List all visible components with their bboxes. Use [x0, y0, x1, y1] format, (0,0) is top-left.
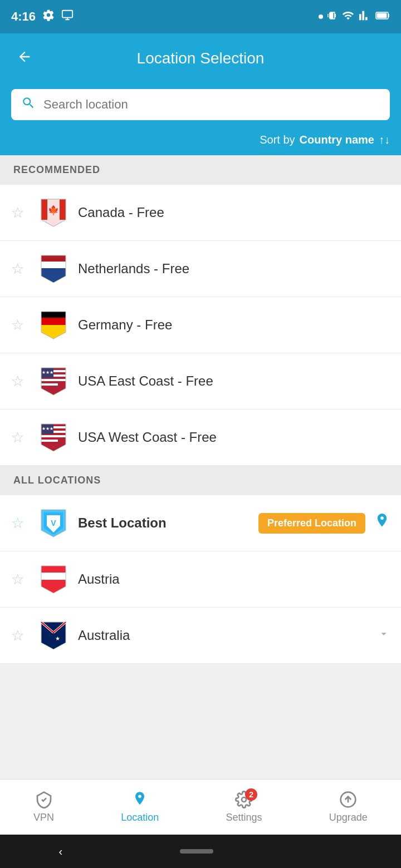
svg-marker-21 — [41, 325, 66, 339]
svg-rect-35 — [41, 440, 58, 442]
bottom-navigation: VPN Location 2 Settings Up — [0, 779, 401, 835]
expand-arrow-icon[interactable] — [378, 628, 390, 643]
favorite-star-icon[interactable]: ☆ — [11, 317, 29, 334]
search-input[interactable] — [43, 97, 380, 112]
svg-text:★★★: ★★★ — [42, 370, 53, 375]
preferred-location-badge: Preferred Location — [258, 513, 365, 534]
battery-icon — [375, 9, 390, 24]
country-flag-best: V — [38, 507, 69, 539]
list-item[interactable]: ☆ Austria — [0, 551, 401, 608]
nav-label-vpn: VPN — [33, 812, 54, 823]
sort-value[interactable]: Country name — [300, 134, 374, 146]
favorite-star-icon[interactable]: ☆ — [11, 429, 29, 446]
svg-text:★: ★ — [55, 635, 60, 642]
nav-label-location: Location — [121, 812, 159, 823]
svg-rect-34 — [41, 435, 66, 437]
country-name-best: Best Location — [78, 515, 250, 531]
status-time: 4:16 — [11, 9, 36, 24]
favorite-star-icon[interactable]: ☆ — [11, 204, 29, 221]
section-header-recommended: RECOMMENDED — [0, 155, 401, 185]
sort-bar: Sort by Country name ↑↓ — [0, 129, 401, 155]
android-home-indicator[interactable] — [180, 849, 213, 854]
search-bar — [11, 89, 390, 120]
favorite-star-icon[interactable]: ☆ — [11, 260, 29, 278]
nav-item-upgrade[interactable]: Upgrade — [318, 785, 379, 829]
favorite-star-icon[interactable]: ☆ — [11, 571, 29, 588]
list-item[interactable]: ☆ Germany - Free — [0, 297, 401, 353]
favorite-star-icon[interactable]: ☆ — [11, 515, 29, 532]
sort-arrows-icon[interactable]: ↑↓ — [379, 134, 390, 146]
screen-record-icon — [61, 9, 74, 24]
upgrade-icon-wrap — [339, 791, 357, 808]
country-name-germany: Germany - Free — [78, 317, 390, 333]
svg-rect-11 — [41, 199, 47, 220]
country-name-usa-east: USA East Coast - Free — [78, 373, 390, 389]
sort-label: Sort by — [260, 134, 295, 146]
country-name-canada: Canada - Free — [78, 205, 390, 220]
country-flag-germany — [38, 309, 69, 341]
nav-item-vpn[interactable]: VPN — [22, 785, 65, 829]
svg-rect-2 — [388, 14, 389, 17]
svg-rect-27 — [41, 383, 58, 386]
country-name-usa-west: USA West Coast - Free — [78, 430, 390, 445]
svg-text:★★★: ★★★ — [42, 426, 53, 431]
list-item[interactable]: ☆ ★★★ USA West Coast - Free — [0, 410, 401, 466]
list-item-best-location[interactable]: ☆ V Best Location Preferred Location — [0, 495, 401, 551]
list-item[interactable]: ☆ Netherlands - Free — [0, 241, 401, 297]
favorite-star-icon[interactable]: ☆ — [11, 373, 29, 390]
svg-point-54 — [242, 797, 246, 802]
list-item[interactable]: ☆ ★ Australia — [0, 608, 401, 664]
gear-icon — [42, 9, 55, 24]
android-navigation-bar: ‹ — [0, 835, 401, 868]
svg-marker-16 — [41, 262, 66, 268]
back-button[interactable] — [11, 43, 38, 74]
android-back-button[interactable]: ‹ — [59, 845, 63, 858]
vibrate-icon — [327, 9, 338, 24]
svg-marker-45 — [41, 573, 66, 580]
list-item[interactable]: ☆ ★★★ USA East Coast - Free — [0, 353, 401, 410]
list-item[interactable]: ☆ 🍁 Canada - Free — [0, 185, 401, 241]
svg-text:🍁: 🍁 — [48, 205, 59, 215]
svg-rect-12 — [60, 199, 66, 220]
svg-rect-3 — [377, 13, 387, 18]
country-name-netherlands: Netherlands - Free — [78, 261, 390, 277]
country-flag-netherlands — [38, 253, 69, 284]
wifi-icon — [342, 9, 354, 24]
status-left: 4:16 — [11, 9, 74, 24]
status-right — [319, 9, 390, 24]
vpn-icon-wrap — [35, 791, 53, 808]
settings-icon-wrap: 2 — [235, 791, 253, 808]
dot-icon — [319, 14, 323, 19]
country-name-australia: Australia — [78, 628, 369, 643]
content-area: RECOMMENDED ☆ 🍁 Canada - Free — [0, 155, 401, 753]
nav-item-location[interactable]: Location — [110, 785, 170, 829]
settings-badge: 2 — [245, 788, 257, 801]
page-title: Location Selection — [137, 50, 265, 67]
search-icon — [21, 96, 36, 114]
nav-label-upgrade: Upgrade — [329, 812, 368, 823]
svg-rect-26 — [41, 379, 66, 381]
svg-marker-17 — [41, 268, 66, 283]
country-name-austria: Austria — [78, 571, 390, 587]
nav-item-settings[interactable]: 2 Settings — [215, 785, 273, 829]
location-nav-icon-wrap — [131, 791, 149, 808]
country-flag-usa-east: ★★★ — [38, 366, 69, 397]
svg-text:V: V — [51, 519, 56, 527]
svg-marker-20 — [41, 318, 66, 325]
search-container — [0, 83, 401, 129]
favorite-star-icon[interactable]: ☆ — [11, 627, 29, 644]
country-flag-australia: ★ — [38, 620, 69, 651]
country-flag-austria — [38, 564, 69, 595]
nav-label-settings: Settings — [226, 812, 262, 823]
country-flag-usa-west: ★★★ — [38, 422, 69, 453]
section-header-all-locations: ALL LOCATIONS — [0, 466, 401, 495]
svg-rect-0 — [62, 11, 72, 18]
location-pin-icon — [374, 512, 390, 535]
status-bar: 4:16 — [0, 0, 401, 33]
signal-icon — [359, 9, 371, 24]
page-header: Location Selection — [0, 33, 401, 83]
country-flag-canada: 🍁 — [38, 197, 69, 228]
